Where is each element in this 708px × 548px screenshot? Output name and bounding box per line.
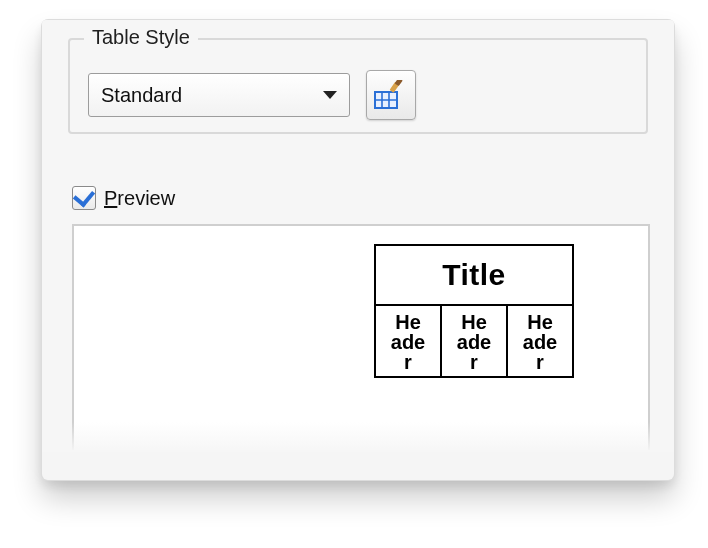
sample-header-cell: Header bbox=[441, 305, 507, 377]
autoformat-table-icon bbox=[374, 80, 408, 110]
style-row: Standard bbox=[88, 70, 628, 120]
table-style-panel: Table Style Standard bbox=[42, 20, 674, 452]
sample-title-cell: Title bbox=[375, 245, 573, 305]
preview-mnemonic: P bbox=[104, 187, 117, 209]
table-style-dropdown[interactable]: Standard bbox=[88, 73, 350, 117]
dialog-root: Table Style Standard bbox=[0, 0, 708, 548]
sample-table-wrap: Title Header Header Header bbox=[374, 244, 574, 378]
group-label: Table Style bbox=[84, 26, 198, 49]
preview-checkbox[interactable] bbox=[72, 186, 96, 210]
dropdown-value: Standard bbox=[101, 84, 182, 107]
table-style-group: Table Style Standard bbox=[68, 38, 648, 134]
autoformat-button[interactable] bbox=[366, 70, 416, 120]
sample-header-cell: Header bbox=[375, 305, 441, 377]
panel-fade bbox=[42, 422, 674, 452]
preview-label[interactable]: Preview bbox=[104, 187, 175, 210]
preview-label-rest: review bbox=[117, 187, 175, 209]
sample-header-cell: Header bbox=[507, 305, 573, 377]
preview-area: Title Header Header Header bbox=[72, 224, 650, 450]
chevron-down-icon bbox=[323, 91, 337, 99]
preview-row: Preview bbox=[72, 186, 175, 210]
sample-table: Title Header Header Header bbox=[374, 244, 574, 378]
